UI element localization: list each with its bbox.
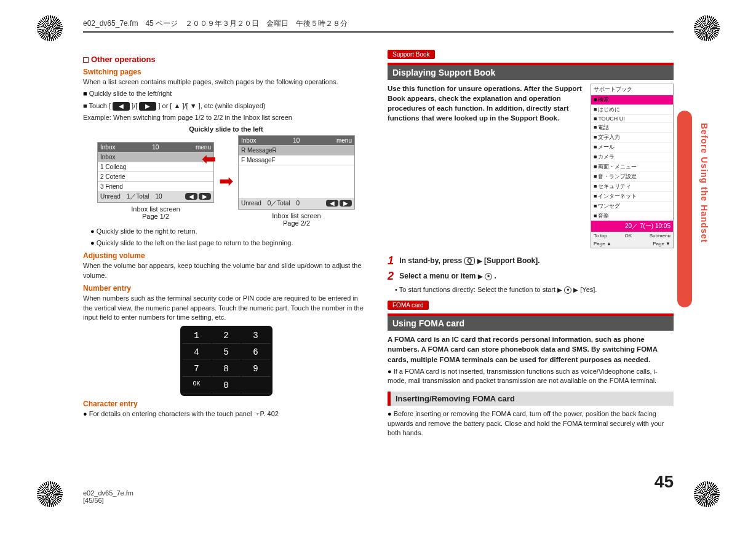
slide-caption: Quickly slide to the left — [83, 125, 369, 133]
step1-tail: [Support Book]. — [484, 256, 540, 265]
phone-frame-2: Inbox10menu R MessageR F MessageF Unread… — [238, 135, 355, 210]
key-7[interactable]: 7 — [183, 361, 211, 377]
key-4[interactable]: 4 — [183, 345, 211, 360]
thumb-row-11: ワンセグ — [591, 201, 673, 211]
footer-file: e02_dv65_7e.fm — [83, 489, 133, 497]
support-book-section: Support Book Displaying Support Book サポー… — [388, 51, 674, 294]
step-arrow-icon — [557, 286, 562, 293]
key-1[interactable]: 1 — [183, 328, 211, 344]
key-6[interactable]: 6 — [242, 345, 270, 360]
thumb-row-6: カメラ — [591, 152, 673, 162]
thumb-row-4: 文字入力 — [591, 132, 673, 142]
touch-post: ] or [ — [158, 102, 172, 109]
header-line: e02_dv65_7e.fm 45 ページ ２００９年３月２０日 金曜日 午後５… — [83, 18, 674, 33]
character-entry-heading: Character entry — [83, 400, 369, 408]
q-key-icon: Q — [464, 257, 475, 265]
page-number: 45 — [655, 472, 674, 492]
foma-tag: FOMA card — [388, 301, 429, 310]
note-slide-right: Quickly slide to the right to return. — [90, 227, 369, 236]
step2-tail: [Yes]. — [580, 286, 597, 293]
pf1-title: Inbox — [100, 144, 115, 151]
pf1-row-3: 3 Friend — [98, 181, 213, 191]
key-ok[interactable]: OK — [183, 378, 211, 393]
step-arrow-icon — [477, 256, 482, 265]
foma-card-section: FOMA card Using FOMA card A FOMA card is… — [388, 302, 674, 438]
pf1-row-2: 2 Coterie — [98, 171, 213, 181]
pf2-row-1: F MessageF — [239, 155, 354, 165]
left-column: Other operations Switching pages When a … — [83, 51, 369, 441]
thumb-foot-r: Submenu — [650, 233, 670, 238]
key-0[interactable]: 0 — [212, 378, 241, 393]
key-5[interactable]: 5 — [212, 345, 241, 360]
thumb-row-5: メール — [591, 142, 673, 152]
switch-bullet-touch: ■ Touch [ ◀ ]/[ ▶ ] or [ ]/[ ], etc (whi… — [83, 101, 369, 111]
pf2-unread: Unread 0／Total 0 — [241, 199, 300, 208]
print-mark-icon — [37, 15, 63, 41]
step1-text: In stand-by, press — [399, 256, 464, 265]
pf1-row0-text: Inbox — [100, 154, 115, 160]
center-key-icon — [564, 286, 571, 294]
step-1-number: 1 — [388, 254, 394, 267]
transition-arrow-icon: ➡ — [219, 171, 233, 191]
pf1-row-0: Inbox ⬅ — [98, 152, 213, 162]
foma-bullet2: Before inserting or removing the FOMA ca… — [388, 409, 674, 438]
insert-remove-band: Inserting/Removing FOMA card — [388, 392, 674, 406]
step-2-number: 2 — [388, 270, 394, 282]
thumb-row-2: TOUCH UI — [591, 114, 673, 122]
other-operations-heading: Other operations — [83, 55, 369, 64]
adjusting-volume-heading: Adjusting volume — [83, 251, 369, 260]
key-9[interactable]: 9 — [242, 361, 270, 377]
step2-text: Select a menu or item — [399, 272, 475, 280]
thumb-time: 20／ 7(ー) 10:05 — [591, 221, 673, 232]
step2-dot: . — [494, 272, 496, 280]
footer-info: e02_dv65_7e.fm [45/56] — [83, 489, 133, 504]
foma-bullet1: If a FOMA card is not inserted, transmis… — [388, 367, 674, 386]
key-3[interactable]: 3 — [242, 328, 270, 344]
shot1-caption: Inbox list screen Page 1/2 — [131, 205, 180, 220]
support-book-tag: Support Book — [388, 50, 435, 59]
key-8[interactable]: 8 — [212, 361, 241, 377]
thumb-pager: Page ▲ Page ▼ — [591, 240, 673, 248]
pf2-title: Inbox — [241, 137, 256, 144]
thumb-foot: To top OK Submenu — [591, 232, 673, 240]
pf2-menu: menu — [336, 137, 352, 144]
pf2-count: 10 — [293, 137, 300, 144]
switching-pages-intro: When a list screen contains multiple pag… — [83, 77, 369, 87]
print-mark-icon — [694, 15, 720, 41]
pf1-row2-text: Coterie — [105, 173, 125, 180]
pf1-row3-text: Friend — [105, 183, 122, 190]
foma-lead: A FOMA card is an IC card that records p… — [388, 334, 674, 364]
thumb-foot-c: OK — [624, 233, 632, 238]
key-2[interactable]: 2 — [212, 328, 241, 344]
thumb-row-1: はじめに — [591, 104, 673, 114]
thumb-row-10: インターネット — [591, 191, 673, 201]
step2-note-text: To start functions directly: Select the … — [399, 286, 555, 293]
left-key-icon: ◀ — [113, 102, 130, 111]
pf1-unread: Unread 1／Total 10 — [100, 192, 162, 201]
print-mark-icon — [37, 481, 63, 507]
swipe-left-arrow-icon: ⬅ — [202, 149, 216, 169]
center-key-icon — [485, 273, 492, 280]
thumb-row-12: 音楽 — [591, 211, 673, 221]
thumb-row-9: セキュリティ — [591, 181, 673, 191]
side-tab-bar — [677, 111, 692, 307]
number-entry-text: When numbers such as the terminal securi… — [83, 294, 369, 322]
pf2-arrows: ◀▶ — [325, 200, 352, 207]
side-tab-label: Before Using the Handset — [699, 123, 709, 243]
character-entry-text: For details on entering characters with … — [83, 409, 369, 419]
pf1-arrows: ◀▶ — [184, 193, 211, 200]
pf1-count: 10 — [152, 144, 159, 151]
step-arrow-icon — [573, 286, 578, 293]
note-slide-left: Quickly slide to the left on the last pa… — [90, 238, 369, 248]
key-blank — [242, 378, 270, 393]
thumb-title: サポートブック — [591, 84, 673, 95]
switching-pages-heading: Switching pages — [83, 68, 369, 76]
step-1: 1 In stand-by, press Q [Support Book]. — [388, 254, 674, 267]
switch-example: Example: When switching from page 1/2 to… — [83, 113, 369, 122]
number-entry-heading: Number entry — [83, 284, 369, 293]
thumb-row-3: 電話 — [591, 122, 673, 132]
shot2-caption: Inbox list screen Page 2/2 — [272, 212, 320, 227]
step-2: 2 Select a menu or item . — [388, 270, 674, 283]
thumb-foot-l: To top — [594, 233, 607, 238]
down-triangle-icon — [190, 102, 197, 109]
